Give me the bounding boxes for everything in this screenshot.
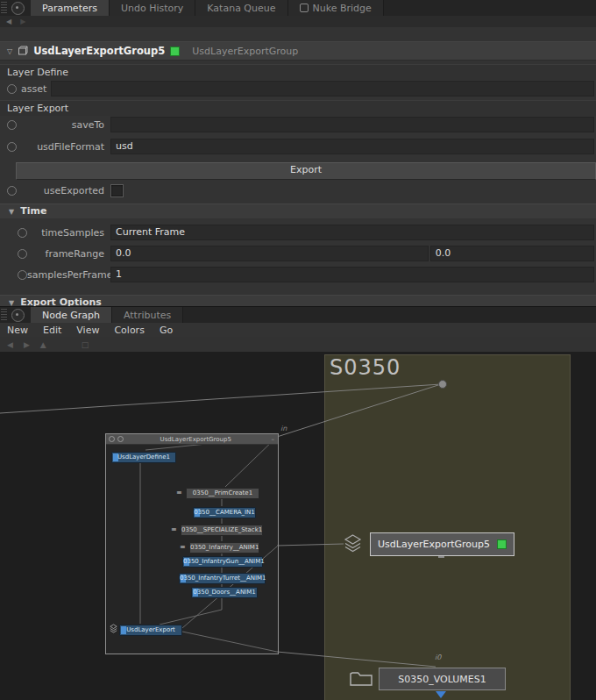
- export-options-group-header[interactable]: ▼Export Options: [0, 295, 596, 306]
- saveto-field[interactable]: [110, 117, 594, 132]
- export-options-label: Export Options: [20, 296, 102, 306]
- wire-junction-dot[interactable]: [439, 381, 447, 389]
- forward-arrow-icon[interactable]: ▶: [20, 16, 25, 27]
- param-row-framerange: frameRange 0.0 0.0: [0, 245, 596, 262]
- param-state-badge-icon[interactable]: [7, 186, 17, 196]
- param-row-samplesperframe: samplesPerFrame 1: [0, 266, 596, 283]
- framerange-end-field[interactable]: 0.0: [430, 246, 594, 261]
- param-state-badge-icon[interactable]: [7, 120, 17, 130]
- node-state-green-square: [497, 539, 507, 549]
- param-row-asset: asset: [0, 81, 596, 96]
- tab-node-graph[interactable]: Node Graph: [31, 307, 112, 323]
- parameters-pane: Parameters Undo History Katana Queue Nuk…: [0, 0, 596, 306]
- saveto-label: saveTo: [17, 119, 110, 131]
- menu-new[interactable]: New: [7, 325, 28, 336]
- param-row-saveto: saveTo: [0, 117, 596, 132]
- param-state-badge-icon[interactable]: [18, 249, 27, 259]
- frame-view-icon[interactable]: □: [82, 340, 89, 349]
- back-arrow-icon[interactable]: ◀: [6, 16, 11, 27]
- tab-parameters[interactable]: Parameters: [31, 0, 110, 16]
- param-state-badge-icon[interactable]: [18, 228, 27, 238]
- node-s0350-volumes1[interactable]: S0350_VOLUMES1: [379, 668, 506, 690]
- group-collapse-icon[interactable]: [109, 436, 115, 442]
- node-primcreate1[interactable]: 0350__PrimCreate1: [186, 488, 259, 499]
- node-camera-in1[interactable]: 0350__CAMERA_IN1: [193, 507, 256, 518]
- param-row-useexported: useExported: [0, 183, 596, 197]
- node-usdlayerexport[interactable]: UsdLayerExport: [119, 625, 182, 636]
- time-group-header[interactable]: ▼Time: [0, 204, 596, 218]
- node-infantry-anim1[interactable]: 0350_Infantry__ANIM1: [189, 542, 259, 554]
- menu-colors[interactable]: Colors: [114, 325, 144, 336]
- usdfileformat-field[interactable]: usd: [110, 139, 594, 154]
- node-label: UsdLayerExportGroup5: [378, 539, 490, 550]
- stack-icon: ≡: [171, 526, 177, 533]
- tab-katana-queue[interactable]: Katana Queue: [195, 0, 287, 16]
- asset-field[interactable]: [51, 81, 594, 96]
- useexported-label: useExported: [17, 185, 110, 196]
- volumes-input-port-label: i0: [435, 654, 441, 661]
- section-layer-define: Layer Define: [0, 64, 596, 80]
- group-header[interactable]: UsdLayerExportGroup5 –: [106, 434, 278, 445]
- node-output-port[interactable]: [438, 556, 444, 558]
- tab-katana-queue-label: Katana Queue: [207, 1, 275, 16]
- group-minimize-icon[interactable]: –: [272, 436, 275, 443]
- collapse-triangle-icon[interactable]: ▽: [7, 47, 12, 55]
- chevron-down-icon: ▼: [9, 299, 14, 306]
- node-usdlayerdefine1[interactable]: UsdLayerDefine1: [111, 452, 176, 463]
- samplesperframe-label: samplesPerFrame: [27, 269, 110, 281]
- nodegraph-canvas[interactable]: S0350: [0, 352, 596, 700]
- param-row-usdfileformat: usdFileFormat usd: [0, 138, 596, 155]
- section-layer-export: Layer Export: [0, 100, 596, 116]
- timesamples-label: timeSamples: [27, 227, 110, 239]
- param-state-badge-icon[interactable]: [18, 270, 27, 280]
- timesamples-field[interactable]: Current Frame: [110, 225, 594, 240]
- group-title: UsdLayerExportGroup5: [124, 436, 268, 443]
- node-usdlayerexportgroup5[interactable]: UsdLayerExportGroup5: [370, 532, 514, 556]
- pane-grip[interactable]: [1, 309, 7, 321]
- node-label: UsdLayerDefine1: [117, 454, 170, 461]
- time-group-label: Time: [20, 205, 46, 217]
- framerange-start-field[interactable]: 0.0: [110, 246, 429, 261]
- node-label: 0350_InfantryGun__ANIM1: [183, 558, 265, 565]
- group-edit-icon[interactable]: [117, 436, 124, 442]
- node-specialize-stack1[interactable]: 0350__SPECIALIZE_Stack1: [181, 525, 263, 536]
- pane-menu-button[interactable]: [11, 309, 25, 322]
- node-state-green-square: [170, 46, 180, 56]
- samplesperframe-field[interactable]: 1: [110, 267, 594, 282]
- tab-nuke-bridge[interactable]: Nuke Bridge: [288, 0, 384, 16]
- node-parameter-header: ▽ UsdLayerExportGroup5 UsdLayerExportGro…: [0, 41, 596, 61]
- param-row-timesamples: timeSamples Current Frame: [0, 224, 596, 241]
- usdfileformat-label: usdFileFormat: [17, 141, 110, 153]
- param-state-badge-icon[interactable]: [7, 142, 17, 152]
- node-label: 0350_Doors__ANIM1: [193, 589, 255, 596]
- up-arrow-icon[interactable]: ▲: [40, 340, 46, 349]
- tab-undo-history[interactable]: Undo History: [110, 0, 195, 16]
- layer-stack-icon: [343, 533, 363, 554]
- menu-edit[interactable]: Edit: [43, 325, 61, 336]
- output-flag-icon[interactable]: [436, 691, 446, 698]
- tab-undo-history-label: Undo History: [121, 1, 183, 16]
- back-arrow-icon[interactable]: ◀: [7, 340, 13, 349]
- forward-arrow-icon[interactable]: ▶: [24, 340, 30, 349]
- export-button[interactable]: Export: [16, 162, 596, 180]
- menu-view[interactable]: View: [76, 325, 99, 336]
- pane-menu-button[interactable]: [11, 2, 25, 15]
- node-doors-anim1[interactable]: 0350_Doors__ANIM1: [191, 587, 258, 598]
- node-infantryturret-anim1[interactable]: 0350_InfantryTurret__ANIM1: [179, 573, 266, 584]
- tab-attributes-label: Attributes: [124, 308, 171, 323]
- tab-attributes[interactable]: Attributes: [112, 307, 183, 323]
- nodegraph-tabbar: Node Graph Attributes: [0, 307, 596, 323]
- chevron-down-icon: ▼: [9, 208, 14, 216]
- section-layer-export-label: Layer Export: [7, 103, 68, 114]
- tab-node-graph-label: Node Graph: [42, 308, 100, 323]
- node-label: 0350_Infantry__ANIM1: [190, 544, 259, 551]
- node-label: 0350__SPECIALIZE_Stack1: [181, 526, 262, 533]
- pane-grip[interactable]: [1, 2, 7, 14]
- folder-icon: [349, 668, 373, 688]
- node-label: S0350_VOLUMES1: [398, 674, 486, 685]
- node-infantrygun-anim1[interactable]: 0350_InfantryGun__ANIM1: [182, 556, 263, 568]
- useexported-checkbox[interactable]: [110, 184, 124, 197]
- menu-go[interactable]: Go: [160, 325, 173, 336]
- framerange-label: frameRange: [27, 248, 110, 260]
- param-state-badge-icon[interactable]: [7, 84, 17, 94]
